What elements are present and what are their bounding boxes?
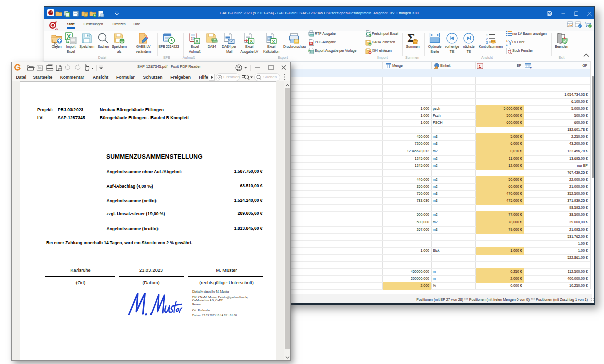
svg-text:X: X [250,39,253,44]
svg-text:A: A [506,40,508,43]
svg-text:23: 23 [55,27,59,30]
svg-text:Σ: Σ [530,66,532,69]
svg-text:3: 3 [486,40,488,44]
svg-text:A: A [310,42,312,45]
svg-text:X: X [272,39,275,44]
svg-text:Σ: Σ [479,64,482,69]
svg-text:Z: Z [506,43,508,46]
svg-text:X: X [195,39,198,44]
